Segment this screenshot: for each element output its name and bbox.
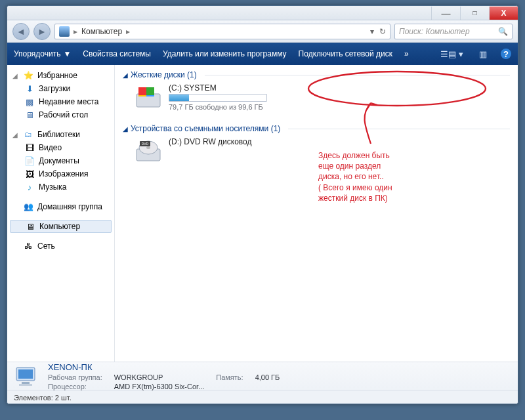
svg-rect-4: [146, 95, 154, 96]
drive-c-info: (C:) SYSTEM 79,7 ГБ свободно из 99,6 ГБ: [169, 83, 267, 111]
refresh-icon[interactable]: ↻: [379, 27, 386, 36]
sidebar-item-homegroup[interactable]: 👥 Домашняя группа: [7, 200, 114, 213]
organize-menu[interactable]: Упорядочить▼: [14, 49, 71, 58]
map-network-drive-button[interactable]: Подключить сетевой диск: [299, 49, 392, 58]
titlebar: — □ X: [7, 6, 518, 20]
sidebar-computer: 🖥 Компьютер: [7, 220, 114, 233]
sidebar-item-video[interactable]: 🎞Видео: [7, 141, 114, 154]
search-placeholder: Поиск: Компьютер: [399, 27, 470, 36]
svg-rect-14: [19, 384, 32, 386]
hard-drive-icon: [135, 83, 162, 111]
close-button[interactable]: X: [489, 7, 518, 20]
computer-icon: 🖥: [25, 221, 35, 232]
recent-icon: ▩: [24, 96, 35, 107]
nav-forward-button[interactable]: ►: [33, 23, 51, 40]
sidebar-group-libraries[interactable]: ◢ 🗂 Библиотеки: [7, 128, 114, 141]
sidebar-item-downloads[interactable]: ⬇Загрузки: [7, 82, 114, 95]
homegroup-icon: 👥: [23, 201, 33, 212]
svg-rect-12: [18, 369, 33, 379]
window-controls: — □ X: [431, 7, 518, 20]
computer-large-icon: [14, 365, 41, 388]
address-bar[interactable]: ▸ Компьютер ▸ ▾ ↻: [54, 24, 390, 39]
computer-icon: [59, 26, 70, 37]
preview-pane-icon[interactable]: ▥: [477, 49, 489, 59]
sidebar-network: 🖧 Сеть: [7, 240, 114, 253]
status-text: Элементов: 2 шт.: [14, 394, 72, 402]
computer-name: XENON-ПК: [48, 362, 102, 372]
system-properties-button[interactable]: Свойства системы: [83, 49, 151, 58]
uninstall-program-button[interactable]: Удалить или изменить программу: [163, 49, 287, 58]
chevron-down-icon: ◢: [12, 131, 19, 138]
workgroup-value: WORKGROUP: [114, 373, 205, 381]
sidebar-item-music[interactable]: ♪Музыка: [7, 180, 114, 194]
sidebar-homegroup: 👥 Домашняя группа: [7, 200, 114, 213]
music-icon: ♪: [24, 182, 35, 192]
details-grid: XENON-ПК Рабочая группа: WORKGROUP Памят…: [48, 362, 280, 390]
memory-value: 4,00 ГБ: [255, 373, 280, 381]
drive-d-info: (D:) DVD RW дисковод: [169, 137, 252, 146]
memory-label: Память:: [216, 373, 243, 381]
dropdown-icon[interactable]: ▾: [370, 27, 374, 36]
svg-rect-1: [138, 87, 146, 95]
sidebar-item-desktop[interactable]: 🖥Рабочий стол: [7, 108, 114, 121]
sidebar-item-network[interactable]: 🖧 Сеть: [7, 240, 114, 253]
status-bar: Элементов: 2 шт.: [7, 390, 518, 404]
documents-icon: 📄: [24, 156, 35, 166]
minimize-button[interactable]: —: [431, 7, 460, 20]
workgroup-label: Рабочая группа:: [48, 373, 102, 381]
address-actions: ▾ ↻: [370, 27, 386, 36]
svg-point-10: [308, 72, 486, 106]
details-pane: XENON-ПК Рабочая группа: WORKGROUP Памят…: [7, 362, 518, 390]
maximize-button[interactable]: □: [460, 7, 489, 20]
sidebar-item-pictures[interactable]: 🖼Изображения: [7, 167, 114, 180]
view-options-icon[interactable]: ☰▤ ▾: [438, 49, 465, 59]
chevron-right-icon: ▸: [126, 27, 130, 36]
chevron-down-icon: ◢: [12, 72, 19, 79]
star-icon: ⭐: [23, 70, 33, 81]
breadcrumb[interactable]: Компьютер: [81, 27, 122, 36]
annotation-text: Здесь должен быть еще один раздел диска,…: [318, 150, 392, 203]
sidebar-item-computer[interactable]: 🖥 Компьютер: [10, 220, 112, 233]
svg-text:DVD: DVD: [142, 142, 149, 146]
help-icon[interactable]: ?: [501, 49, 511, 59]
video-icon: 🎞: [24, 142, 35, 153]
svg-point-7: [146, 146, 150, 149]
search-input[interactable]: Поиск: Компьютер 🔍: [394, 24, 513, 39]
pictures-icon: 🖼: [24, 169, 35, 179]
sidebar-libraries: ◢ 🗂 Библиотеки 🎞Видео 📄Документы 🖼Изобра…: [7, 128, 114, 194]
collapse-icon: ◢: [123, 125, 128, 133]
downloads-icon: ⬇: [24, 83, 35, 94]
svg-rect-13: [22, 382, 30, 384]
svg-rect-3: [138, 95, 146, 96]
svg-rect-2: [146, 87, 154, 95]
sidebar-group-favorites[interactable]: ◢ ⭐ Избранное: [7, 69, 114, 82]
sidebar-item-documents[interactable]: 📄Документы: [7, 154, 114, 167]
drive-c-free-text: 79,7 ГБ свободно из 99,6 ГБ: [169, 103, 267, 111]
drive-c-usage-bar: [169, 94, 267, 102]
libraries-icon: 🗂: [23, 129, 33, 140]
command-bar: Упорядочить▼ Свойства системы Удалить ил…: [7, 43, 518, 65]
cpu-value: AMD FX(tm)-6300 Six-Cor...: [114, 383, 205, 390]
collapse-icon: ◢: [123, 72, 128, 79]
desktop-icon: 🖥: [24, 110, 35, 120]
cpu-label: Процессор:: [48, 383, 102, 390]
nav-back-button[interactable]: ◄: [12, 23, 30, 40]
explorer-window: — □ X ◄ ► ▸ Компьютер ▸ ▾ ↻ Поиск: Компь…: [7, 5, 518, 404]
network-icon: 🖧: [23, 241, 33, 251]
overflow-button[interactable]: »: [404, 49, 409, 58]
drive-c-label: (C:) SYSTEM: [169, 83, 267, 93]
address-row: ◄ ► ▸ Компьютер ▸ ▾ ↻ Поиск: Компьютер 🔍: [7, 20, 518, 43]
navigation-pane: ◢ ⭐ Избранное ⬇Загрузки ▩Недавние места …: [7, 65, 115, 362]
sidebar-favorites: ◢ ⭐ Избранное ⬇Загрузки ▩Недавние места …: [7, 69, 114, 121]
body: ◢ ⭐ Избранное ⬇Загрузки ▩Недавние места …: [7, 65, 518, 362]
dvd-drive-icon: DVD: [135, 137, 162, 165]
chevron-right-icon: ▸: [74, 27, 77, 36]
content-pane: ◢ Жесткие диски (1) (C:) SYSTEM 79,7 ГБ …: [115, 65, 518, 362]
drive-d-label: (D:) DVD RW дисковод: [169, 137, 252, 146]
sidebar-item-recent[interactable]: ▩Недавние места: [7, 95, 114, 108]
search-icon: 🔍: [498, 27, 508, 36]
